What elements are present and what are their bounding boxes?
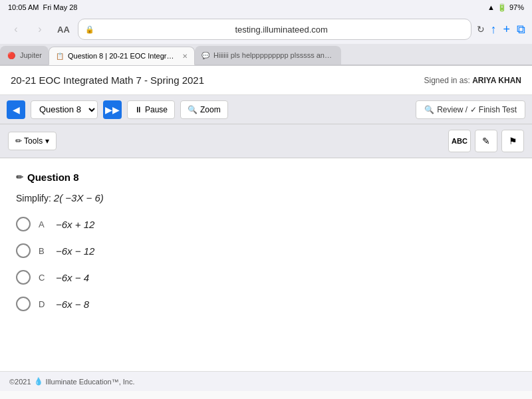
- option-a-math: −6x + 12: [56, 219, 94, 230]
- tools-label: ✏ Tools: [15, 136, 43, 146]
- reload-button[interactable]: ↻: [477, 24, 485, 35]
- review-icon: 🔍: [424, 105, 434, 114]
- pause-label: Pause: [145, 105, 168, 114]
- review-label: Review / ✓ Finish Test: [437, 105, 517, 114]
- option-c-letter: C: [39, 273, 48, 283]
- status-date: Fri May 28: [43, 3, 77, 11]
- question-select[interactable]: Question 8: [31, 100, 98, 119]
- option-a-letter: A: [39, 219, 48, 229]
- user-name: ARIYA KHAN: [472, 76, 521, 85]
- reader-mode-button[interactable]: AA: [57, 25, 70, 35]
- tab-hiiiiii-favicon: 💬: [201, 51, 209, 60]
- footer-company: Illuminate Education™, Inc.: [46, 378, 135, 386]
- option-d-letter: D: [39, 299, 48, 309]
- question-prompt: Simplify: 2( −3X − 6): [16, 192, 516, 203]
- flag-button[interactable]: ⚑: [501, 130, 524, 152]
- option-d-math: −6x − 8: [56, 299, 89, 310]
- prev-question-button[interactable]: ◀: [7, 100, 25, 119]
- question-heading: ✏ Question 8: [16, 172, 516, 183]
- footer-copyright: ©2021: [9, 378, 31, 386]
- tab-jupiter-favicon: 🔴: [7, 51, 16, 60]
- tab-question8[interactable]: 📋 Question 8 | 20-21 EOC Integrated Math…: [49, 47, 195, 65]
- tab-hiiiiii[interactable]: 💬 Hiiiiii pls helppppppppp plsssss and t…: [195, 46, 341, 65]
- radio-c[interactable]: [16, 270, 31, 285]
- forward-button[interactable]: ›: [31, 20, 49, 39]
- tools-dropdown-icon: ▾: [45, 136, 49, 146]
- radio-b[interactable]: [16, 243, 31, 258]
- edit-button[interactable]: ✎: [475, 130, 497, 152]
- option-a[interactable]: A −6x + 12: [16, 217, 516, 231]
- tools-bar: ✏ Tools ▾ ABC ✎ ⚑: [0, 124, 532, 158]
- battery-icon: 🔋: [497, 3, 507, 12]
- app-wrapper: 20-21 EOC Integrated Math 7 - Spring 202…: [0, 66, 532, 399]
- status-time: 10:05 AM: [8, 3, 39, 11]
- lock-icon: 🔒: [85, 25, 94, 34]
- footer-logo: 💧: [34, 377, 43, 386]
- zoom-label: Zoom: [200, 105, 221, 114]
- option-d[interactable]: D −6x − 8: [16, 297, 516, 311]
- tab-jupiter-label: Jupiter: [20, 51, 42, 59]
- back-button[interactable]: ‹: [7, 20, 25, 39]
- tabs-button[interactable]: ⧉: [517, 23, 525, 37]
- address-bar[interactable]: 🔒 testing.illuminateed.com: [78, 19, 472, 40]
- tools-right: ABC ✎ ⚑: [448, 130, 524, 152]
- radio-d[interactable]: [16, 297, 31, 311]
- math-expression: 2( −3X − 6): [54, 192, 104, 203]
- nav-bar: ◀ Question 8 ▶▶ ⏸ Pause 🔍 Zoom 🔍 Review …: [0, 95, 532, 124]
- test-title: 20-21 EOC Integrated Math 7 - Spring 202…: [11, 74, 204, 86]
- review-finish-button[interactable]: 🔍 Review / ✓ Finish Test: [416, 100, 525, 119]
- wifi-icon: ▲: [487, 3, 495, 11]
- zoom-icon: 🔍: [188, 105, 198, 114]
- option-b[interactable]: B −6x − 12: [16, 243, 516, 258]
- battery-level: 97%: [509, 3, 524, 11]
- pause-button[interactable]: ⏸ Pause: [127, 100, 175, 119]
- tab-jupiter[interactable]: 🔴 Jupiter: [0, 46, 49, 65]
- browser-toolbar: ‹ › AA 🔒 testing.illuminateed.com ↻ ↑ + …: [0, 15, 532, 44]
- zoom-button[interactable]: 🔍 Zoom: [180, 100, 228, 119]
- tabs-bar: 🔴 Jupiter 📋 Question 8 | 20-21 EOC Integ…: [0, 44, 532, 65]
- new-tab-button[interactable]: +: [503, 23, 510, 37]
- tab-question8-label: Question 8 | 20-21 EOC Integrated Math 7…: [68, 52, 176, 60]
- status-bar: 10:05 AM Fri May 28 ▲ 🔋 97%: [0, 0, 532, 15]
- footer: ©2021 💧 Illuminate Education™, Inc.: [0, 371, 532, 391]
- tab-question8-favicon: 📋: [56, 51, 64, 61]
- signed-in-label: Signed in as: ARIYA KHAN: [424, 76, 521, 85]
- tab-hiiiiii-label: Hiiiiii pls helppppppppp plsssss and thx…: [213, 51, 334, 59]
- question-area: ✏ Tools ▾ ABC ✎ ⚑ ✏ Question 8 Simplify:…: [0, 124, 532, 371]
- option-b-math: −6x − 12: [56, 245, 94, 257]
- question-content: ✏ Question 8 Simplify: 2( −3X − 6) A −6x…: [0, 158, 532, 371]
- abc-button[interactable]: ABC: [448, 130, 471, 152]
- option-c-math: −6x − 4: [56, 272, 89, 283]
- share-button[interactable]: ↑: [490, 23, 496, 37]
- toolbar-actions: ↑ + ⧉: [490, 23, 525, 37]
- tools-button[interactable]: ✏ Tools ▾: [8, 132, 57, 150]
- tab-question8-close[interactable]: ✕: [182, 53, 188, 60]
- browser-chrome: ‹ › AA 🔒 testing.illuminateed.com ↻ ↑ + …: [0, 15, 532, 66]
- radio-a[interactable]: [16, 217, 31, 231]
- next-question-button[interactable]: ▶▶: [103, 100, 122, 119]
- pause-icon: ⏸: [134, 105, 142, 114]
- option-b-letter: B: [39, 246, 48, 256]
- pencil-icon: ✏: [16, 172, 23, 182]
- url-display: testing.illuminateed.com: [98, 25, 465, 35]
- option-c[interactable]: C −6x − 4: [16, 270, 516, 285]
- question-title: Question 8: [27, 172, 79, 183]
- test-header: 20-21 EOC Integrated Math 7 - Spring 202…: [0, 66, 532, 95]
- prompt-prefix: Simplify:: [16, 193, 51, 203]
